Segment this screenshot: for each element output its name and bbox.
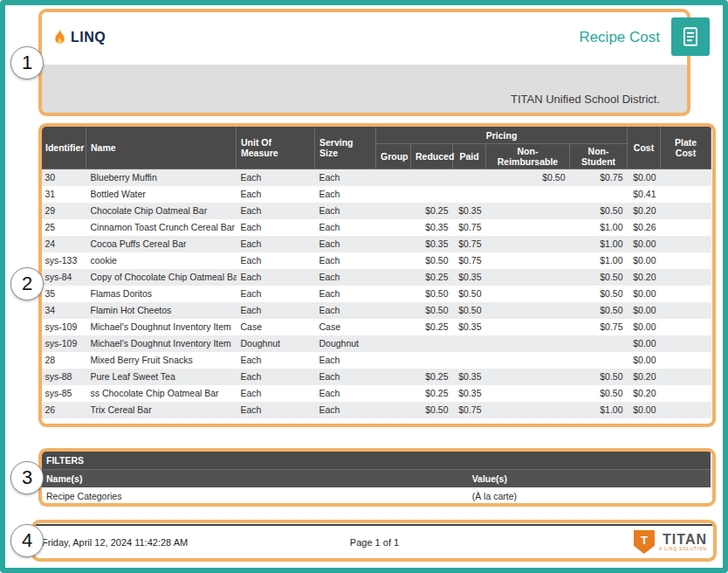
cell-paid: $0.50 bbox=[453, 286, 486, 302]
cell-identifier: 28 bbox=[41, 352, 86, 369]
col-name: Name bbox=[86, 127, 237, 169]
cell-plate_cost bbox=[661, 335, 711, 352]
cell-reduced: $0.35 bbox=[411, 236, 453, 252]
cell-paid: $0.75 bbox=[453, 219, 486, 236]
cell-non_student: $0.75 bbox=[570, 319, 628, 335]
cell-identifier: sys-109 bbox=[41, 335, 86, 352]
table-row: 29Chocolate Chip Oatmeal BarEachEach$0.2… bbox=[41, 203, 711, 219]
cell-non_reimbursable: $0.50 bbox=[486, 169, 570, 187]
cell-non_student bbox=[570, 186, 628, 203]
cell-paid bbox=[453, 186, 486, 203]
titan-logo-text: TITAN A LINQ SOLUTION bbox=[659, 533, 707, 551]
cell-group bbox=[376, 335, 411, 352]
cell-plate_cost bbox=[661, 369, 711, 385]
cell-serving: Each bbox=[315, 169, 376, 187]
cell-non_student bbox=[570, 352, 628, 369]
cell-serving: Each bbox=[315, 352, 376, 369]
cell-name: Pure Leaf Sweet Tea bbox=[86, 369, 237, 385]
cell-unit: Each bbox=[237, 203, 315, 219]
table-row: sys-109Michael's Doughnut Inventory Item… bbox=[41, 335, 711, 352]
table-row: sys-85ss Chocolate Chip Oatmeal BarEachE… bbox=[41, 385, 711, 402]
table-row: sys-133cookieEachEach$0.50$0.75$1.00$0.0… bbox=[41, 252, 711, 269]
cell-plate_cost bbox=[661, 186, 711, 203]
cell-unit: Doughnut bbox=[237, 335, 315, 352]
cell-group bbox=[376, 236, 411, 252]
cell-non_student: $0.50 bbox=[570, 385, 628, 402]
cell-paid: $0.75 bbox=[453, 236, 486, 252]
cell-serving: Each bbox=[315, 302, 376, 319]
cell-serving: Each bbox=[315, 385, 376, 402]
cell-name: cookie bbox=[86, 252, 237, 269]
report-footer: Friday, April 12, 2024 11:42:28 AM Page … bbox=[35, 524, 714, 560]
cell-identifier: sys-85 bbox=[41, 385, 86, 402]
cell-unit: Each bbox=[237, 286, 315, 302]
cell-serving: Each bbox=[315, 286, 376, 302]
cell-group bbox=[376, 186, 411, 203]
cell-paid bbox=[453, 352, 486, 369]
cell-serving: Each bbox=[315, 402, 376, 418]
cell-unit: Each bbox=[237, 219, 315, 236]
cell-non_reimbursable bbox=[486, 286, 570, 302]
cell-cost: $0.20 bbox=[628, 203, 661, 219]
cell-unit: Each bbox=[237, 186, 315, 203]
cell-group bbox=[376, 169, 411, 187]
cell-paid: $0.75 bbox=[453, 252, 486, 269]
cell-non_student: $0.50 bbox=[570, 302, 628, 319]
callout-4: 4 bbox=[10, 524, 44, 557]
table-row: sys-109Michael's Doughnut Inventory Item… bbox=[41, 319, 711, 335]
col-serving-size: Serving Size bbox=[315, 127, 376, 169]
table-row: 25Cinnamon Toast Crunch Cereal BarEachEa… bbox=[41, 219, 711, 236]
cell-plate_cost bbox=[661, 219, 711, 236]
cell-plate_cost bbox=[661, 252, 711, 269]
col-paid: Paid bbox=[453, 144, 486, 169]
cell-identifier: 35 bbox=[41, 286, 86, 302]
col-plate-cost: Plate Cost bbox=[661, 127, 711, 169]
cell-reduced bbox=[411, 352, 453, 369]
cell-identifier: sys-84 bbox=[41, 269, 86, 286]
cell-unit: Each bbox=[237, 169, 315, 187]
cell-plate_cost bbox=[661, 385, 711, 402]
callout-3: 3 bbox=[10, 461, 44, 494]
cell-name: Copy of Chocolate Chip Oatmeal Bar bbox=[86, 269, 237, 286]
cell-non_student: $0.75 bbox=[570, 169, 628, 187]
cell-plate_cost bbox=[661, 352, 711, 369]
table-row: 28Mixed Berry Fruit SnacksEachEach$0.00 bbox=[41, 352, 711, 369]
cell-paid bbox=[453, 169, 486, 187]
cell-non_student: $0.50 bbox=[570, 286, 628, 302]
cell-serving: Each bbox=[315, 219, 376, 236]
cell-name: Cocoa Puffs Cereal Bar bbox=[86, 236, 237, 252]
cell-plate_cost bbox=[661, 286, 711, 302]
cell-reduced: $0.25 bbox=[411, 269, 453, 286]
cell-unit: Each bbox=[237, 302, 315, 319]
col-non-student: Non-Student bbox=[570, 144, 628, 169]
linq-logo-text: LINQ bbox=[71, 30, 106, 45]
cell-cost: $0.00 bbox=[628, 286, 661, 302]
cell-name: ss Chocolate Chip Oatmeal Bar bbox=[86, 385, 237, 402]
cell-plate_cost bbox=[661, 203, 711, 219]
cell-unit: Each bbox=[237, 385, 315, 402]
page-indicator: Page 1 of 1 bbox=[350, 537, 399, 548]
cell-identifier: sys-109 bbox=[41, 319, 86, 335]
cell-name: Bottled Water bbox=[86, 186, 237, 203]
cell-non_reimbursable bbox=[486, 302, 570, 319]
report-icon-box bbox=[671, 17, 710, 56]
table-row: sys-84Copy of Chocolate Chip Oatmeal Bar… bbox=[41, 269, 711, 286]
cell-reduced: $0.50 bbox=[411, 402, 453, 418]
cell-paid: $0.75 bbox=[453, 402, 486, 418]
filters-row: Recipe Categories (À la carte) bbox=[40, 487, 711, 506]
cell-cost: $0.00 bbox=[628, 302, 661, 319]
cell-paid: $0.35 bbox=[453, 269, 486, 286]
cell-serving: Each bbox=[315, 369, 376, 385]
cell-non_reimbursable bbox=[486, 385, 570, 402]
cell-serving: Each bbox=[315, 186, 376, 203]
cell-group bbox=[376, 319, 411, 335]
col-cost: Cost bbox=[628, 127, 661, 169]
table-row: 24Cocoa Puffs Cereal BarEachEach$0.35$0.… bbox=[41, 236, 711, 252]
header-title-band: LINQ Recipe Cost bbox=[42, 10, 690, 65]
cell-plate_cost bbox=[661, 236, 711, 252]
cell-non_reimbursable bbox=[486, 203, 570, 219]
cell-reduced bbox=[411, 335, 453, 352]
cell-group bbox=[376, 269, 411, 286]
report-title: Recipe Cost bbox=[579, 29, 660, 46]
cell-non_reimbursable bbox=[486, 352, 570, 369]
